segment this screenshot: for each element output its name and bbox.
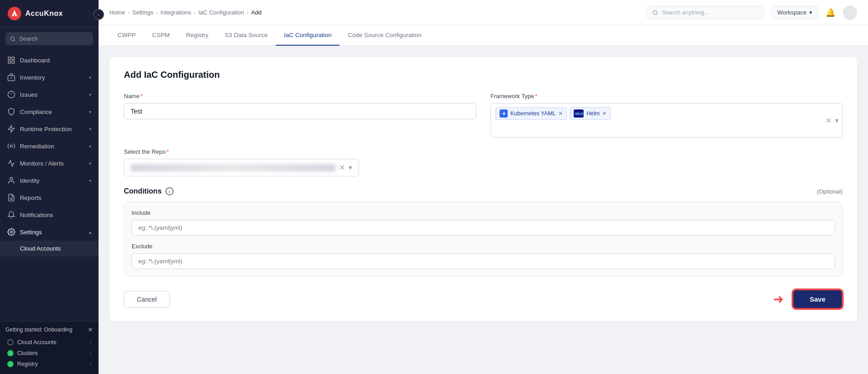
onboarding-item-label: Cloud Accounts (17, 339, 57, 346)
exclude-label: Exclude (132, 243, 835, 250)
settings-icon (7, 228, 15, 236)
framework-tags: ⎈ Kubernetes YAML ✕ HELM Helm ✕ (495, 107, 838, 120)
breadcrumb-settings[interactable]: Settings (132, 9, 153, 16)
compliance-icon (7, 108, 15, 116)
svg-rect-5 (12, 57, 14, 59)
sidebar-item-monitors[interactable]: Monitors / Alerts ▾ (0, 155, 99, 172)
cancel-button[interactable]: Cancel (124, 291, 170, 308)
chevron-down-icon[interactable]: ▾ (835, 116, 839, 125)
sidebar-item-dashboard[interactable]: Dashboard (0, 52, 99, 69)
onboarding-header: Getting started: Onboarding ✕ (5, 326, 93, 333)
sub-tabs-bar: CWPP CSPM Registry S3 Data Source IaC Co… (99, 25, 868, 46)
tab-cspm[interactable]: CSPM (144, 25, 178, 46)
runtime-icon (7, 125, 15, 133)
conditions-header: Conditions i (Optional) (124, 187, 843, 195)
sidebar-item-remediation[interactable]: Remediation ▾ (0, 137, 99, 155)
remove-helm-tag-button[interactable]: ✕ (602, 110, 607, 117)
chevron-down-icon: ▾ (89, 92, 91, 97)
sidebar-item-settings[interactable]: Settings ▴ (0, 223, 99, 241)
sidebar-item-cloud-accounts[interactable]: Cloud Accounts (0, 241, 99, 256)
breadcrumb: Home › Settings › Integrations › IaC Con… (109, 9, 639, 16)
sidebar-item-label: Dashboard (20, 57, 50, 64)
remove-k8s-tag-button[interactable]: ✕ (558, 110, 563, 117)
sidebar-item-issues[interactable]: Issues ▾ (0, 86, 99, 103)
name-label: Name * (124, 93, 476, 99)
topbar-search-container (646, 6, 764, 19)
repo-blurred-value (131, 164, 335, 171)
onboarding-item-registry[interactable]: ✓ Registry › (5, 359, 93, 369)
onboarding-dot-registry: ✓ (7, 361, 14, 367)
chevron-down-icon: ▾ (89, 75, 91, 80)
sidebar-item-notifications[interactable]: Notifications (0, 206, 99, 223)
sidebar-item-compliance[interactable]: Compliance ▾ (0, 103, 99, 120)
issues-icon (7, 90, 15, 99)
sidebar-item-label: Identity (20, 177, 40, 184)
breadcrumb-iac[interactable]: IaC Configuration (198, 9, 244, 16)
sidebar-item-label: Cloud Accounts (20, 245, 61, 252)
name-input[interactable] (124, 103, 476, 119)
reports-icon (7, 194, 15, 202)
required-asterisk: * (141, 93, 143, 99)
save-arrow-icon: ➜ (773, 292, 783, 307)
sidebar-collapse-button[interactable]: ‹ (93, 9, 104, 20)
form-card: Add IaC Configuration Name * Framework T… (109, 57, 857, 322)
tab-code-source[interactable]: Code Source Configuration (340, 25, 429, 46)
framework-tag-k8s: ⎈ Kubernetes YAML ✕ (495, 107, 567, 120)
kubernetes-icon: ⎈ (500, 109, 508, 118)
sidebar-item-label: Settings (20, 229, 42, 236)
onboarding-item-clusters[interactable]: ✓ Clusters › (5, 348, 93, 359)
clear-icon[interactable]: ✕ (826, 116, 831, 125)
sidebar-search-input[interactable] (19, 35, 89, 42)
onboarding-title: Getting started: Onboarding (5, 327, 72, 333)
notifications-bell-icon[interactable]: 🔔 (824, 6, 837, 19)
form-footer: Cancel ➜ Save (124, 289, 843, 309)
chevron-down-icon: ▾ (89, 178, 91, 183)
form-group-name: Name * (124, 93, 476, 137)
include-label: Include (132, 209, 835, 216)
user-avatar[interactable] (843, 5, 857, 20)
chevron-down-icon: ▾ (89, 161, 91, 166)
sidebar-item-label: Reports (20, 194, 41, 201)
monitors-icon (7, 159, 15, 167)
svg-point-20 (653, 10, 657, 14)
sidebar-item-identity[interactable]: Identity ▾ (0, 172, 99, 189)
onboarding-item-cloud-accounts[interactable]: Cloud Accounts › (5, 337, 93, 348)
tab-iac[interactable]: IaC Configuration (276, 25, 340, 46)
identity-icon (7, 176, 15, 185)
framework-type-select[interactable]: ⎈ Kubernetes YAML ✕ HELM Helm ✕ ✕ (491, 103, 843, 137)
exclude-input[interactable] (132, 253, 835, 269)
sidebar-item-runtime[interactable]: Runtime Protection ▾ (0, 120, 99, 137)
workspace-selector[interactable]: Workspace ▾ (771, 6, 818, 19)
form-row-name-framework: Name * Framework Type * ⎈ (124, 93, 843, 137)
repo-select[interactable]: ✕ ▾ (124, 159, 359, 176)
sidebar-item-inventory[interactable]: Inventory ▾ (0, 69, 99, 86)
form-row-repo: Select the Repo * ✕ ▾ (124, 148, 843, 176)
workspace-label: Workspace (777, 9, 807, 16)
save-button[interactable]: Save (793, 289, 843, 309)
tab-cwpp[interactable]: CWPP (109, 25, 144, 46)
sidebar-search-container (5, 32, 93, 45)
sidebar-item-label: Issues (20, 91, 38, 98)
onboarding-close-button[interactable]: ✕ (88, 326, 93, 333)
conditions-info-icon[interactable]: i (165, 187, 174, 195)
chevron-down-icon: ▴ (89, 230, 91, 235)
sidebar-item-label: Monitors / Alerts (20, 160, 64, 167)
clear-icon[interactable]: ✕ (339, 163, 345, 172)
breadcrumb-sep: › (128, 10, 130, 15)
breadcrumb-home[interactable]: Home (109, 9, 125, 16)
main-area: Home › Settings › Integrations › IaC Con… (99, 0, 868, 374)
workspace-chevron-icon: ▾ (809, 9, 812, 16)
svg-point-19 (10, 231, 13, 233)
tab-s3[interactable]: S3 Data Source (217, 25, 276, 46)
breadcrumb-add: Add (251, 9, 261, 16)
svg-rect-4 (8, 57, 10, 59)
breadcrumb-integrations[interactable]: Integrations (160, 9, 191, 16)
svg-rect-6 (8, 61, 10, 63)
sidebar-item-reports[interactable]: Reports (0, 189, 99, 206)
tab-registry[interactable]: Registry (178, 25, 217, 46)
include-input[interactable] (132, 220, 835, 236)
topbar-search-input[interactable] (662, 9, 758, 16)
chevron-right-icon: › (90, 362, 91, 367)
search-icon (652, 9, 658, 16)
chevron-down-icon[interactable]: ▾ (349, 163, 352, 172)
